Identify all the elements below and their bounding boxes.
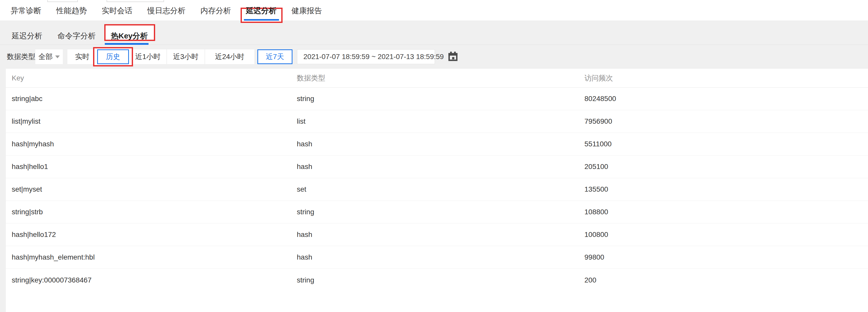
cell-freq: 5511000 <box>584 133 612 155</box>
data-type-dropdown[interactable]: 全部 <box>35 49 63 64</box>
subtab-label: 热Key分析 <box>111 32 148 40</box>
dropdown-value: 全部 <box>38 52 53 62</box>
hotkey-table: Key 数据类型 访问频次 string|abc string 80248500… <box>6 69 868 312</box>
table-row: string|abc string 80248500 <box>6 88 868 110</box>
cell-freq: 108800 <box>584 201 608 223</box>
col-header-type: 数据类型 <box>297 69 325 87</box>
date-range-picker[interactable]: 2021-07-07 18:59:59 ~ 2021-07-13 18:59:5… <box>297 49 435 64</box>
data-type-label: 数据类型 <box>7 52 35 62</box>
table-row: string|strb string 108800 <box>6 201 868 223</box>
cell-key: hash|myhash <box>12 133 54 155</box>
table-row: hash|myhash hash 5511000 <box>6 133 868 155</box>
cell-key: list|mylist <box>12 110 40 133</box>
table-header-row: Key 数据类型 访问频次 <box>6 69 868 88</box>
tab-memory-analysis[interactable]: 内存分析 <box>200 0 231 21</box>
subtab-latency-analysis[interactable]: 延迟分析 <box>12 31 42 41</box>
realtime-button[interactable]: 实时 <box>67 49 97 64</box>
history-button-wrap: 历史 <box>97 49 129 64</box>
tab-latency-analysis-active[interactable]: 延迟分析 <box>246 0 276 21</box>
tab-label: 性能趋势 <box>56 6 87 16</box>
table-row: hash|myhash_element:hbl hash 99800 <box>6 246 868 269</box>
tab-label: 异常诊断 <box>11 6 41 16</box>
tab-label: 内存分析 <box>200 6 231 16</box>
tab-exception-diagnosis[interactable]: 异常诊断 <box>11 0 41 21</box>
sub-tab-bar: 延迟分析 命令字分析 热Key分析 <box>0 21 868 45</box>
table-row: string|key:000007368467 string 200 <box>6 269 868 291</box>
tab-slowlog-analysis[interactable]: 慢日志分析 <box>147 0 185 21</box>
table-row: list|mylist list 7956900 <box>6 110 868 133</box>
tab-label: 慢日志分析 <box>147 6 185 16</box>
active-tab-underline <box>244 19 279 21</box>
last-7d-button-selected[interactable]: 近7天 <box>257 49 292 64</box>
last-1h-button[interactable]: 近1小时 <box>129 49 166 64</box>
cell-freq: 205100 <box>584 155 608 178</box>
col-header-freq: 访问频次 <box>584 69 613 87</box>
tab-label: 延迟分析 <box>246 6 276 16</box>
tab-realtime-session[interactable]: 实时会话 <box>102 0 132 21</box>
tab-health-report[interactable]: 健康报告 <box>291 0 322 21</box>
tab-performance-trend[interactable]: 性能趋势 <box>56 0 87 21</box>
subtab-label: 命令字分析 <box>58 32 96 40</box>
calendar-icon[interactable] <box>448 52 458 62</box>
filter-toolbar: 数据类型 全部 实时 历史 近1小时 近3小时 近24小时 近7天 2021-0… <box>7 49 435 64</box>
cell-key: string|abc <box>12 88 42 110</box>
cell-type: string <box>297 201 314 223</box>
subtab-command-analysis[interactable]: 命令字分析 <box>58 31 96 41</box>
last-24h-button[interactable]: 近24小时 <box>205 49 254 64</box>
cell-type: hash <box>297 133 312 155</box>
cell-key: hash|hello1 <box>12 155 48 178</box>
cell-key: set|myset <box>12 178 42 201</box>
cell-type: set <box>297 178 306 201</box>
cell-key: string|key:000007368467 <box>12 269 92 291</box>
table-row: set|myset set 135500 <box>6 178 868 201</box>
table-row: hash|hello1 hash 205100 <box>6 155 868 178</box>
col-header-key: Key <box>12 69 24 87</box>
cell-freq: 100800 <box>584 223 608 246</box>
cell-freq: 80248500 <box>584 88 616 110</box>
cell-freq: 7956900 <box>584 110 612 133</box>
cell-freq: 99800 <box>584 246 604 268</box>
cell-key: hash|hello172 <box>12 223 56 246</box>
last-3h-button[interactable]: 近3小时 <box>166 49 205 64</box>
active-subtab-underline <box>105 43 149 45</box>
subtab-label: 延迟分析 <box>12 32 42 40</box>
subtab-hotkey-analysis-active[interactable]: 热Key分析 <box>111 31 148 41</box>
time-filter-group: 实时 历史 近1小时 近3小时 近24小时 近7天 <box>67 49 292 64</box>
cell-type: hash <box>297 223 312 246</box>
top-tab-bar: 异常诊断 性能趋势 实时会话 慢日志分析 内存分析 延迟分析 健康报告 <box>0 0 868 21</box>
cell-freq: 200 <box>584 269 596 291</box>
tab-label: 健康报告 <box>291 6 322 16</box>
dropdown-caret-icon <box>55 55 60 58</box>
history-button-selected[interactable]: 历史 <box>97 49 129 64</box>
cell-type: string <box>297 269 314 291</box>
cell-key: string|strb <box>12 201 43 223</box>
cell-type: list <box>297 110 305 133</box>
cell-type: string <box>297 88 314 110</box>
cell-type: hash <box>297 155 312 178</box>
tab-label: 实时会话 <box>102 6 132 16</box>
date-range-value: 2021-07-07 18:59:59 ~ 2021-07-13 18:59:5… <box>303 53 444 61</box>
table-row: hash|hello172 hash 100800 <box>6 223 868 246</box>
cell-type: hash <box>297 246 312 268</box>
cell-freq: 135500 <box>584 178 608 201</box>
cell-key: hash|myhash_element:hbl <box>12 246 95 268</box>
